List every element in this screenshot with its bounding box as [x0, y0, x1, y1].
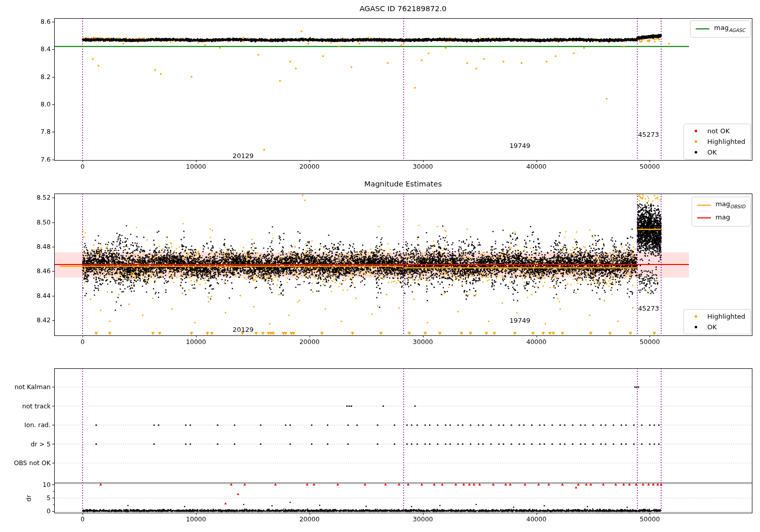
- y-tick-label: 8.44: [36, 292, 51, 299]
- dr-tick-label: 10: [43, 481, 51, 488]
- flag-category-label: Ion. rad.: [24, 421, 51, 429]
- flag-category-label: dr > 5: [31, 440, 51, 448]
- legend-mid-lines: magOBSID mag: [692, 197, 751, 226]
- ok-marker-swatch-mid: [695, 326, 697, 328]
- legend-mid-markers: Highlighted OK: [683, 309, 751, 334]
- flag-category-label: OBS not OK: [14, 459, 51, 467]
- x-tick-label: 0: [81, 338, 85, 346]
- middle-panel-title: Magnitude Estimates: [54, 180, 752, 188]
- y-tick-label: 8.4: [41, 45, 51, 53]
- not-ok-marker-swatch: [695, 130, 697, 132]
- mag-obsid-line-swatch: [697, 205, 711, 206]
- legend-row-mag-agasc: magAGASC: [696, 23, 745, 34]
- y-tick-label: 8.6: [41, 18, 51, 25]
- ok-marker-swatch: [695, 151, 697, 154]
- x-tick-label: 20000: [299, 515, 320, 523]
- obsid-annotation: 20129: [233, 152, 253, 160]
- y-tick-label: 8.42: [36, 316, 51, 324]
- x-tick-label: 10000: [186, 515, 206, 523]
- x-tick-label: 0: [81, 163, 85, 170]
- x-tick-label: 40000: [526, 163, 547, 170]
- x-tick-label: 30000: [413, 515, 433, 523]
- x-tick-label: 0: [81, 515, 85, 523]
- x-tick-label: 40000: [526, 515, 547, 523]
- y-tick-label: 8.52: [36, 194, 51, 201]
- mag-label: mag: [715, 213, 730, 224]
- y-tick-label: 8.46: [36, 267, 51, 275]
- y-tick-label: 8.48: [36, 243, 51, 250]
- x-tick-label: 40000: [526, 338, 547, 346]
- dr-tick-label: 5: [47, 494, 51, 502]
- obsid-annotation: 19749: [509, 316, 530, 324]
- mag-agasc-line-swatch: [696, 28, 709, 29]
- obsid-annotation: 20129: [233, 325, 253, 333]
- highlighted-marker-swatch-mid: [695, 315, 697, 318]
- legend-row-mag: mag: [697, 213, 745, 224]
- legend-top-markers: not OK Highlighted OK: [683, 124, 751, 160]
- legend-mag-agasc: magAGASC: [690, 20, 751, 37]
- legend-row-ok: OK: [689, 148, 745, 157]
- highlighted-marker-swatch: [695, 140, 697, 143]
- legend-row-ok-mid: OK: [689, 323, 745, 331]
- plots-canvas: [0, 0, 760, 532]
- x-tick-label: 30000: [413, 338, 433, 346]
- mag-line-swatch: [697, 217, 711, 218]
- obsid-annotation: 45273: [638, 130, 659, 138]
- y-tick-label: 8.50: [36, 218, 51, 226]
- y-tick-label: 8.2: [41, 73, 51, 81]
- legend-row-highlighted-mid: Highlighted: [689, 312, 745, 321]
- legend-row-not-ok: not OK: [689, 127, 745, 135]
- x-tick-label: 30000: [413, 163, 433, 170]
- x-tick-label: 10000: [186, 163, 206, 170]
- mag-agasc-label: magAGASC: [714, 23, 745, 34]
- flag-category-label: not track: [22, 402, 51, 410]
- figure-root: AGASC ID 762189872.0 Magnitude Estimates…: [0, 0, 760, 532]
- dr-tick-label: 0: [47, 507, 51, 515]
- x-tick-label: 20000: [299, 163, 320, 170]
- mag-obsid-label: magOBSID: [715, 200, 745, 211]
- obsid-annotation: 45273: [638, 304, 659, 312]
- x-tick-label: 10000: [186, 338, 206, 346]
- y-tick-label: 8.0: [41, 100, 51, 108]
- flag-category-label: not Kalman: [15, 383, 51, 391]
- top-panel-title: AGASC ID 762189872.0: [54, 5, 752, 13]
- y-tick-label: 7.6: [41, 156, 51, 163]
- dr-axis-label: dr: [25, 495, 32, 502]
- x-tick-label: 20000: [299, 338, 320, 346]
- x-tick-label: 50000: [640, 338, 660, 346]
- obsid-annotation: 19749: [509, 141, 530, 149]
- x-tick-label: 50000: [640, 515, 660, 523]
- legend-row-highlighted: Highlighted: [689, 137, 745, 146]
- x-tick-label: 50000: [640, 163, 660, 170]
- y-tick-label: 7.8: [41, 128, 51, 135]
- legend-row-mag-obsid: magOBSID: [697, 200, 745, 211]
